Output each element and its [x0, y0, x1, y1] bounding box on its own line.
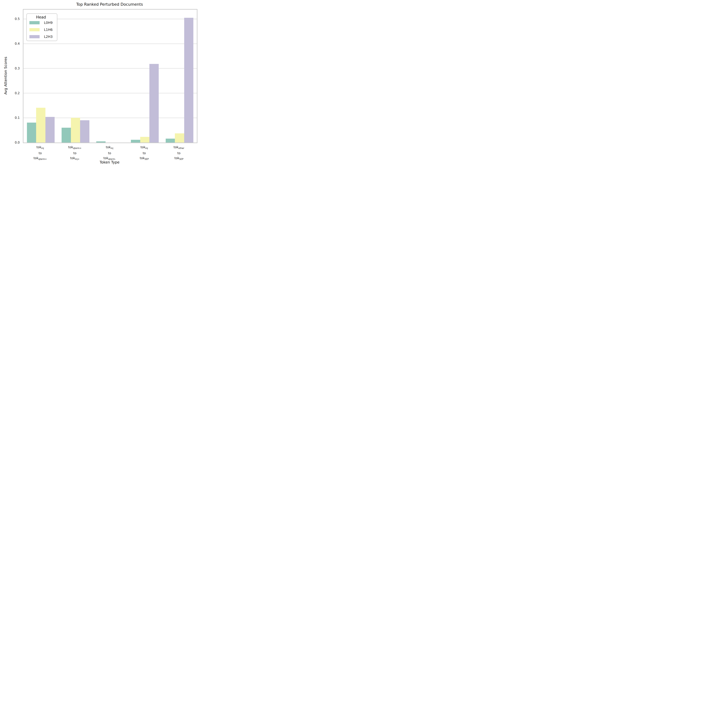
bar-L2H3-category-4 — [149, 64, 159, 142]
y-tick-label: 0.1 — [15, 116, 20, 119]
bar-L2H3-category-1 — [46, 117, 55, 142]
bar-L2H3-category-2 — [80, 120, 89, 142]
bar-L0H9-category-5 — [166, 139, 175, 142]
y-tick-label: 0.2 — [15, 92, 20, 95]
legend-entry-L2H3: L2H3 — [29, 35, 52, 38]
bar-L0H9-category-2 — [61, 128, 71, 142]
y-tick-label: 0.4 — [15, 42, 20, 46]
legend-entry-L1H6: L1H6 — [29, 28, 52, 32]
plot-area: Head L0H9L1H6L2H3 — [23, 9, 197, 143]
x-tick-label: tokqterm+totokinj+ — [68, 145, 81, 162]
bar-L1H6-category-2 — [71, 118, 80, 142]
bar-L1H6-category-1 — [36, 108, 46, 142]
legend-swatch-L1H6 — [29, 28, 40, 31]
figure: Top Ranked Perturbed Documents Head L0H9… — [0, 0, 200, 168]
legend-label: L1H6 — [44, 28, 52, 32]
bar-L1H6-category-4 — [140, 137, 150, 142]
bar-L0H9-category-4 — [131, 140, 140, 142]
gridline — [23, 44, 197, 44]
x-tick-label: tokinjtotokSEP — [140, 145, 149, 162]
x-tick-label: tokothertotokSEP — [174, 145, 184, 162]
legend-label: L2H3 — [44, 35, 52, 38]
legend-swatch-L2H3 — [29, 35, 40, 38]
legend-entries: L0H9L1H6L2H3 — [29, 21, 52, 38]
gridline — [23, 93, 197, 93]
x-tick-labels: tokinjtotokqterm+tokqterm+totokinj+tokin… — [23, 145, 196, 161]
chart-title: Top Ranked Perturbed Documents — [23, 2, 196, 6]
bar-L2H3-category-5 — [184, 18, 194, 142]
legend-swatch-L0H9 — [29, 21, 40, 24]
x-axis-label: Token Type — [23, 160, 196, 164]
bar-L0H9-category-1 — [27, 122, 36, 142]
bar-L1H6-category-5 — [175, 133, 184, 142]
y-tick-label: 0.5 — [15, 17, 20, 21]
y-axis-label: Avg Attention Scores — [3, 39, 8, 112]
x-tick-label: tokinjtotokqterm+ — [34, 145, 47, 162]
y-tick-label: 0.3 — [15, 67, 20, 70]
legend-title: Head — [29, 15, 52, 19]
legend-entry-L0H9: L0H9 — [29, 21, 52, 24]
legend: Head L0H9L1H6L2H3 — [26, 14, 57, 41]
legend-label: L0H9 — [44, 21, 52, 24]
x-tick-label: tokinjtotokqterm- — [104, 145, 116, 162]
bar-L0H9-category-3 — [96, 141, 106, 142]
y-tick-label: 0.0 — [15, 141, 20, 144]
gridline — [23, 68, 197, 69]
